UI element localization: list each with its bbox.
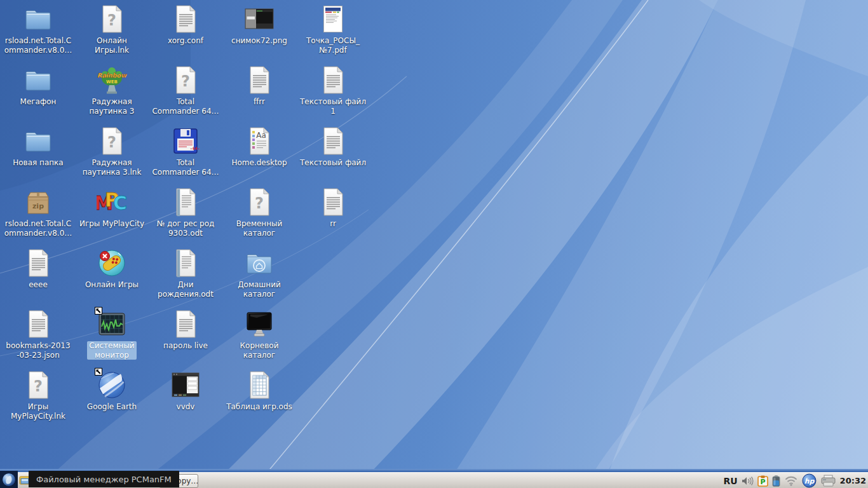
unknown-icon: ?: [244, 187, 275, 217]
text-icon: [244, 65, 275, 95]
pdf-icon: [318, 4, 348, 34]
myplaycity-icon: MPC: [97, 187, 127, 217]
desktop-icon-label: Текстовый файл: [298, 158, 368, 168]
desktop-icon-rainbow-web-game[interactable]: RainbowWEBРадужная паутинка 3: [76, 65, 147, 116]
text-icon: [23, 248, 53, 278]
zip-archive-icon: zip: [23, 187, 53, 217]
desktop-icon-image-thumbnail[interactable]: снимок72.png: [224, 4, 295, 46]
desktop-icon-label: eeee: [27, 280, 50, 290]
desktop-icon-label: Google Earth: [85, 402, 139, 412]
hp-device-icon[interactable]: hp: [802, 473, 817, 488]
system-tray: RU P: [723, 473, 866, 488]
desktop-icon-pdf[interactable]: Точка_РОСЫ_ №7.pdf: [297, 4, 369, 55]
desktop-icon-label: Home.desktop: [229, 158, 288, 168]
keyboard-layout-indicator[interactable]: RU: [723, 476, 737, 486]
desktop-icon-google-earth[interactable]: Google Earth: [76, 370, 147, 412]
desktop-icon-unknown[interactable]: ?Total Commander 64…: [150, 65, 221, 116]
desktop-icon-folder[interactable]: rsload.net.Total.C ommander.v8.0…: [3, 4, 74, 55]
svg-text:Aa: Aa: [256, 131, 266, 140]
desktop-icon-label: rr: [328, 219, 338, 229]
root-directory-icon: [244, 309, 275, 339]
svg-text:?: ?: [255, 194, 264, 212]
desktop-icon-system-monitor[interactable]: Системный монитор: [76, 309, 147, 360]
desktop-icon-desktop-entry[interactable]: AaHome.desktop: [224, 126, 295, 168]
folder-icon: [23, 65, 53, 95]
desktop-icon-myplaycity[interactable]: MPCИгры MyPlayCity: [76, 187, 147, 229]
image-thumbnail-icon: [244, 4, 275, 34]
wifi-icon[interactable]: [784, 475, 798, 486]
clock[interactable]: 20:32: [840, 476, 866, 485]
text-icon: [170, 4, 201, 34]
desktop-icon-label: rsload.net.Total.C ommander.v8.0…: [3, 219, 74, 238]
desktop-icon-label: Total Commander 64…: [150, 97, 220, 116]
shortcut-arrow-icon: [95, 368, 102, 376]
svg-text:hp: hp: [804, 477, 815, 485]
battery-icon[interactable]: [772, 475, 780, 487]
desktop-icon-label: Мегафон: [18, 97, 58, 107]
desktop-icon-text[interactable]: Текстовый файл 1: [297, 65, 369, 116]
desktop-icon-online-games[interactable]: Онлайн Игры: [76, 248, 147, 290]
desktop-icon-unknown[interactable]: ?Временный каталог: [224, 187, 295, 238]
printer-icon[interactable]: [820, 475, 836, 487]
desktop-icon-folder[interactable]: Новая папка: [3, 126, 74, 168]
desktop-icon-label: Таблица игр.ods: [224, 402, 294, 412]
desktop-icon-text[interactable]: ffrr: [224, 65, 295, 107]
desktop-icon-floppy-installer[interactable]: -64-Total Commander 64…: [150, 126, 221, 177]
desktop-icon-label: Радужная паутинка 3: [88, 97, 137, 116]
desktop-icon-label: Точка_РОСЫ_ №7.pdf: [304, 36, 362, 55]
svg-text:C: C: [113, 192, 127, 214]
desktop-icon-text[interactable]: rr: [297, 187, 369, 229]
desktop-icon-unknown[interactable]: ?Радужная паутинка 3.lnk: [76, 126, 147, 177]
unknown-icon: ?: [97, 126, 127, 156]
shortcut-arrow-icon: [95, 307, 102, 315]
desktop-icon-label: Total Commander 64…: [150, 158, 220, 177]
desktop-icon-label: Текстовый файл 1: [298, 97, 368, 116]
desktop-icon-odt-document[interactable]: Дни рождения.odt: [150, 248, 221, 299]
desktop-icon-unknown[interactable]: ?Игры MyPlayCity.lnk: [3, 370, 74, 421]
desktop-icon-label: Онлайн Игры.lnk: [93, 36, 131, 55]
desktop-icon-text[interactable]: Текстовый файл: [297, 126, 369, 168]
desktop-icon-text[interactable]: eeee: [3, 248, 74, 290]
desktop-icon-text[interactable]: xorg.conf: [150, 4, 221, 46]
desktop-icon-text[interactable]: bookmarks-2013 -03-23.json: [3, 309, 74, 360]
svg-text:?: ?: [107, 133, 116, 151]
desktop-icon-text[interactable]: пароль live: [150, 309, 221, 351]
text-icon: [318, 126, 348, 156]
desktop-icon-label: Домашний каталог: [236, 280, 283, 299]
svg-text:?: ?: [181, 72, 190, 90]
folder-icon: [23, 4, 53, 34]
svg-text:?: ?: [107, 11, 116, 29]
desktop-icon-label: Игры MyPlayCity.lnk: [9, 402, 67, 421]
desktop-icon-label: rsload.net.Total.C ommander.v8.0…: [3, 36, 74, 55]
desktop-icon-image-thumbnail-2[interactable]: vvdv: [150, 370, 221, 412]
odt-document-icon: [170, 187, 201, 217]
taskbar: Файловый менеджер PCManFM тр фору… RU P: [0, 469, 868, 488]
desktop-icon-zip-archive[interactable]: ziprsload.net.Total.C ommander.v8.0…: [3, 187, 74, 238]
taskbar-tooltip: Файловый менеджер PCManFM: [29, 471, 179, 487]
start-menu-button[interactable]: [0, 471, 18, 488]
clipboard-parcellite-icon[interactable]: P: [757, 475, 768, 487]
desktop-icon-ods-spreadsheet[interactable]: Таблица игр.ods: [224, 370, 295, 412]
desktop-icon-label: Дни рождения.odt: [156, 280, 215, 299]
image-thumbnail-2-icon: [170, 370, 201, 400]
unknown-icon: ?: [97, 4, 127, 34]
desktop-icon-label: Радужная паутинка 3.lnk: [81, 158, 144, 177]
text-icon: [318, 65, 348, 95]
svg-text:-64-: -64-: [190, 146, 200, 151]
desktop-icon-odt-document[interactable]: № дог рес род 9303.odt: [150, 187, 221, 238]
desktop-icon-folder[interactable]: Мегафон: [3, 65, 74, 107]
desktop-icon-label: № дог рес род 9303.odt: [155, 219, 217, 238]
desktop-icon-unknown[interactable]: ?Онлайн Игры.lnk: [76, 4, 147, 55]
desktop-icon-label: Корневой каталог: [238, 341, 281, 360]
desktop-icon-home-folder[interactable]: Домашний каталог: [224, 248, 295, 299]
svg-text:zip: zip: [32, 202, 44, 210]
desktop-icon-label: Новая папка: [11, 158, 65, 168]
home-folder-icon: [244, 248, 275, 278]
desktop-icon-root-directory[interactable]: Корневой каталог: [224, 309, 295, 360]
system-monitor-icon: [97, 309, 127, 339]
text-icon: [23, 309, 53, 339]
volume-icon[interactable]: [742, 476, 754, 486]
svg-text:Rainbow: Rainbow: [97, 72, 127, 79]
odt-document-icon: [170, 248, 201, 278]
folder-icon: [23, 126, 53, 156]
